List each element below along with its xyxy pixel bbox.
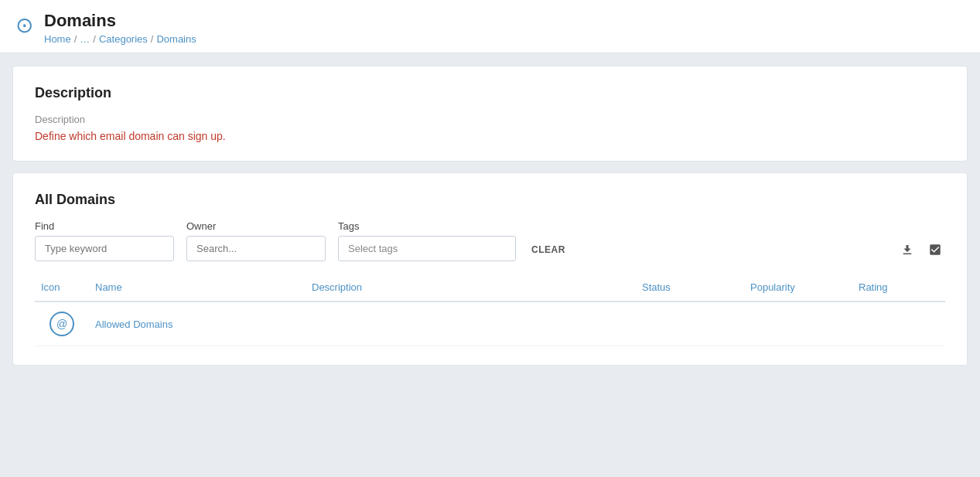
breadcrumb-home[interactable]: Home: [44, 33, 71, 45]
checkbox-icon: [928, 243, 942, 257]
tags-select[interactable]: Select tags: [338, 236, 516, 261]
header-icon: ⊙: [15, 12, 33, 38]
find-label: Find: [35, 220, 174, 232]
domains-heading: All Domains: [35, 192, 945, 208]
main-content: Description Description Define which ema…: [0, 53, 980, 378]
row-rating-cell: [852, 321, 945, 327]
page-header: ⊙ Domains Home / … / Categories / Domain…: [0, 0, 980, 53]
download-icon: [900, 243, 914, 257]
domains-card: All Domains Find Owner Tags Select tags …: [12, 172, 968, 366]
breadcrumb-sep-1: /: [74, 33, 77, 45]
tags-filter-group: Tags Select tags: [338, 220, 516, 261]
row-icon-cell: @: [35, 308, 89, 339]
download-button[interactable]: [897, 240, 917, 260]
row-description-cell: [306, 321, 636, 327]
description-text: Define which email domain can sign up.: [35, 130, 945, 142]
table-row: @ Allowed Domains: [35, 302, 945, 346]
col-popularity: Popularity: [744, 278, 852, 296]
owner-input[interactable]: [186, 236, 326, 261]
owner-label: Owner: [186, 220, 326, 232]
header-text: Domains Home / … / Categories / Domains: [44, 11, 196, 45]
clear-button[interactable]: CLEAR: [528, 238, 569, 261]
description-label: Description: [35, 114, 945, 125]
select-all-button[interactable]: [925, 240, 945, 260]
row-name-link[interactable]: Allowed Domains: [95, 319, 172, 330]
row-icon: @: [50, 312, 74, 336]
row-status-cell: [636, 321, 744, 327]
filter-actions: [897, 240, 945, 261]
row-popularity-cell: [744, 321, 852, 327]
breadcrumb-sep-3: /: [151, 33, 154, 45]
col-name: Name: [89, 278, 306, 296]
col-icon: Icon: [35, 278, 89, 296]
breadcrumb-domains[interactable]: Domains: [156, 33, 196, 45]
find-filter-group: Find: [35, 220, 174, 261]
row-name-cell: Allowed Domains: [89, 315, 306, 333]
filters-row: Find Owner Tags Select tags CLEAR: [35, 220, 945, 261]
breadcrumb: Home / … / Categories / Domains: [44, 33, 196, 45]
find-input[interactable]: [35, 236, 174, 261]
col-status: Status: [636, 278, 744, 296]
breadcrumb-ellipsis[interactable]: …: [80, 33, 90, 45]
col-description: Description: [306, 278, 636, 296]
table-header: Icon Name Description Status Popularity …: [35, 274, 945, 302]
page-title: Domains: [44, 11, 196, 31]
breadcrumb-categories[interactable]: Categories: [99, 33, 148, 45]
owner-filter-group: Owner: [186, 220, 326, 261]
description-heading: Description: [35, 85, 945, 101]
description-card: Description Description Define which ema…: [12, 66, 968, 162]
col-rating: Rating: [852, 278, 945, 296]
breadcrumb-sep-2: /: [93, 33, 96, 45]
tags-label: Tags: [338, 220, 516, 232]
